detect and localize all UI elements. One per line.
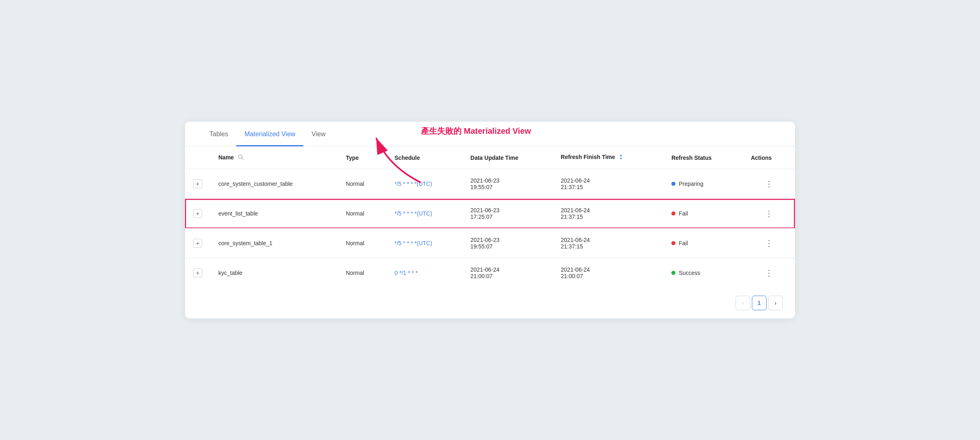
- actions-menu-button[interactable]: ⋮: [751, 207, 787, 220]
- status-dot: [671, 182, 675, 186]
- schedule-cell[interactable]: */5 * * * *(UTC): [386, 229, 462, 258]
- data-update-time-cell: 2021-06-23 17:25:07: [462, 199, 553, 229]
- actions-cell: ⋮: [743, 229, 795, 258]
- refresh-finish-time-cell: 2021-06-24 21:37:15: [553, 229, 663, 258]
- type-cell: Normal: [338, 169, 387, 199]
- table-row: +core_system_customer_tableNormal*/5 * *…: [185, 169, 795, 199]
- schedule-cell[interactable]: */5 * * * *(UTC): [386, 169, 462, 199]
- name-cell: core_system_customer_table: [210, 169, 338, 199]
- prev-page-button[interactable]: ‹: [736, 296, 750, 310]
- data-table-wrapper: Name Type Schedule Data Update Time Refr…: [185, 146, 795, 288]
- col-refresh-finish-time[interactable]: Refresh Finish Time: [553, 146, 663, 169]
- col-type: Type: [338, 146, 387, 169]
- type-cell: Normal: [338, 199, 387, 229]
- data-update-time-cell: 2021-06-24 21:00:07: [462, 258, 553, 288]
- refresh-status-cell: Preparing: [663, 169, 743, 199]
- materialized-view-table: Name Type Schedule Data Update Time Refr…: [185, 146, 795, 288]
- actions-menu-button[interactable]: ⋮: [751, 266, 787, 279]
- refresh-finish-time-cell: 2021-06-24 21:00:07: [553, 258, 663, 288]
- col-data-update-time: Data Update Time: [462, 146, 553, 169]
- status-label: Fail: [679, 240, 688, 246]
- actions-cell: ⋮: [743, 169, 795, 199]
- refresh-status-cell: Success: [663, 258, 743, 288]
- name-cell: kyc_table: [210, 258, 338, 288]
- tab-materialized-view[interactable]: Materialized View: [236, 122, 303, 146]
- refresh-finish-time-cell: 2021-06-24 21:37:15: [553, 169, 663, 199]
- table-header-row: Name Type Schedule Data Update Time Refr…: [185, 146, 795, 169]
- tab-view[interactable]: View: [303, 122, 333, 146]
- table-row: +kyc_tableNormal0 */1 * * *2021-06-24 21…: [185, 258, 795, 288]
- col-name: Name: [210, 146, 338, 169]
- main-container: Tables Materialized View View 產生失敗的 Mate…: [185, 122, 795, 318]
- expand-cell: +: [185, 229, 210, 258]
- actions-menu-button[interactable]: ⋮: [751, 177, 787, 190]
- status-dot: [671, 241, 675, 245]
- status-label: Preparing: [679, 181, 703, 187]
- status-label: Success: [679, 270, 700, 276]
- pagination: ‹ 1 ›: [185, 288, 795, 318]
- actions-cell: ⋮: [743, 258, 795, 288]
- expand-button[interactable]: +: [193, 209, 202, 218]
- schedule-cell[interactable]: */5 * * * *(UTC): [386, 199, 462, 229]
- expand-button[interactable]: +: [193, 268, 202, 277]
- expand-cell: +: [185, 199, 210, 229]
- table-row: +core_system_table_1Normal*/5 * * * *(UT…: [185, 229, 795, 258]
- status-dot: [671, 211, 675, 216]
- data-update-time-cell: 2021-06-23 19:55:07: [462, 229, 553, 258]
- svg-line-2: [242, 158, 244, 160]
- expand-cell: +: [185, 169, 210, 199]
- table-row: +event_list_tableNormal*/5 * * * *(UTC)2…: [185, 199, 795, 229]
- actions-cell: ⋮: [743, 199, 795, 229]
- type-cell: Normal: [338, 229, 387, 258]
- col-refresh-status: Refresh Status: [663, 146, 743, 169]
- schedule-cell[interactable]: 0 */1 * * *: [386, 258, 462, 288]
- status-label: Fail: [679, 210, 688, 217]
- sort-icon: [618, 154, 623, 161]
- refresh-status-cell: Fail: [663, 229, 743, 258]
- refresh-status-cell: Fail: [663, 199, 743, 229]
- name-cell: event_list_table: [210, 199, 338, 229]
- expand-button[interactable]: +: [193, 239, 202, 248]
- next-page-button[interactable]: ›: [768, 296, 783, 310]
- col-actions: Actions: [743, 146, 795, 169]
- tab-bar: Tables Materialized View View: [185, 122, 795, 146]
- col-schedule: Schedule: [386, 146, 462, 169]
- type-cell: Normal: [338, 258, 387, 288]
- data-update-time-cell: 2021-06-23 19:55:07: [462, 169, 553, 199]
- name-search-icon[interactable]: [238, 154, 244, 161]
- expand-cell: +: [185, 258, 210, 288]
- actions-menu-button[interactable]: ⋮: [751, 237, 787, 250]
- refresh-finish-time-cell: 2021-06-24 21:37:15: [553, 199, 663, 229]
- name-cell: core_system_table_1: [210, 229, 338, 258]
- page-1-button[interactable]: 1: [752, 296, 767, 310]
- col-expand: [185, 146, 210, 169]
- expand-button[interactable]: +: [193, 179, 202, 188]
- tab-tables[interactable]: Tables: [201, 122, 236, 146]
- status-dot: [671, 271, 675, 275]
